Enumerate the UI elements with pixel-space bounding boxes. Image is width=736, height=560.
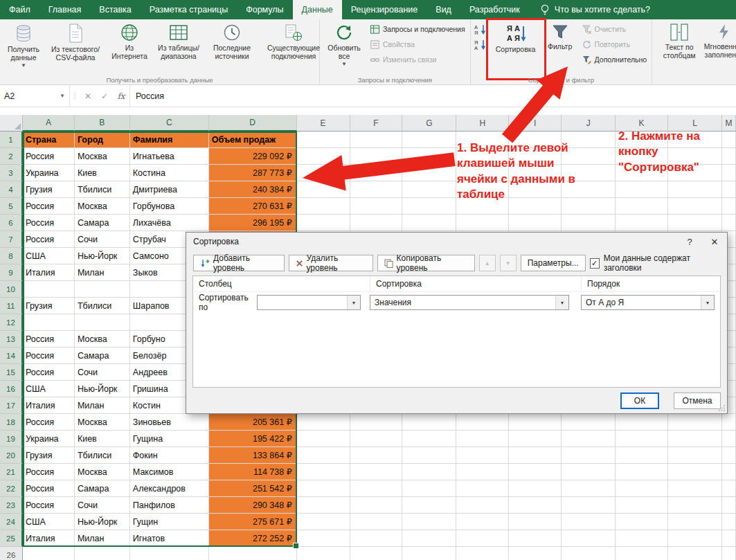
cell-D5[interactable]: 270 631 ₽ [209,198,297,215]
cell-F18[interactable] [350,414,403,431]
cell-I4[interactable] [509,181,562,198]
cell-D1[interactable]: Объем продаж [209,132,297,148]
cell-B19[interactable]: Киев [75,431,130,447]
column-header-J[interactable]: J [562,115,616,132]
cell-H19[interactable] [456,431,509,447]
cell-D6[interactable]: 296 195 ₽ [209,215,297,231]
column-header-D[interactable]: D [209,115,297,132]
cell-K25[interactable] [616,530,668,547]
cell-G21[interactable] [402,464,456,480]
cell-J21[interactable] [562,464,616,480]
close-icon[interactable]: ✕ [702,233,727,251]
cell-E26[interactable] [297,547,350,560]
cell-B26[interactable] [75,547,130,560]
cell-G18[interactable] [402,414,456,431]
row-header-10[interactable]: 10 [0,281,23,298]
cell-C5[interactable]: Горбунова [130,198,209,215]
cell-A17[interactable]: Италия [23,397,75,414]
cell-A14[interactable]: Россия [23,347,75,364]
row-header-9[interactable]: 9 [0,264,23,281]
cell-I6[interactable] [509,215,562,231]
tab-Формулы[interactable]: Формулы [237,0,292,19]
cell-C6[interactable]: Лихачёва [130,215,209,231]
cell-H23[interactable] [456,497,509,514]
cell-B14[interactable]: Самара [75,347,130,364]
row-header-14[interactable]: 14 [0,347,23,364]
copy-level-button[interactable]: Копировать уровень [377,255,475,271]
cell-J4[interactable] [562,181,616,198]
sort-descending-button[interactable]: ЯА [473,37,490,52]
row-header-22[interactable]: 22 [0,480,23,497]
move-up-button[interactable]: ▲ [479,255,496,271]
cell-B8[interactable]: Нью-Йорк [75,248,130,264]
sort-on-combobox[interactable]: Значения ▼ [370,295,569,310]
text-to-columns-button[interactable]: Текст по столбцам [654,20,704,75]
cell-E21[interactable] [297,464,350,480]
cell-B17[interactable]: Милан [75,397,130,414]
cell-B6[interactable]: Самара [75,215,130,231]
cell-F26[interactable] [350,547,403,560]
cell-G5[interactable] [402,198,456,215]
cell-M21[interactable] [722,464,736,480]
cell-K1[interactable] [616,132,668,148]
row-header-8[interactable]: 8 [0,248,23,264]
row-header-12[interactable]: 12 [0,314,23,331]
cell-F23[interactable] [350,497,403,514]
cell-F2[interactable] [350,148,403,165]
cell-B21[interactable]: Москва [75,464,130,480]
cell-C4[interactable]: Дмитриева [130,181,209,198]
cell-M24[interactable] [722,514,736,530]
cell-H20[interactable] [456,447,509,464]
cell-B1[interactable]: Город [75,132,130,148]
cell-G6[interactable] [402,215,456,231]
row-header-15[interactable]: 15 [0,364,23,381]
delete-level-button[interactable]: Удалить уровень [289,255,373,271]
sort-by-combobox[interactable]: ▼ [257,295,361,310]
row-header-23[interactable]: 23 [0,497,23,514]
cell-B24[interactable]: Нью-Йорк [75,514,130,530]
cell-G2[interactable] [402,148,456,165]
cell-E22[interactable] [297,480,350,497]
cell-E3[interactable] [297,165,350,181]
cell-C20[interactable]: Фокин [130,447,209,464]
cell-M20[interactable] [722,447,736,464]
row-header-17[interactable]: 17 [0,397,23,414]
tab-Разработчик[interactable]: Разработчик [460,0,529,19]
row-header-18[interactable]: 18 [0,414,23,431]
cell-I18[interactable] [509,414,562,431]
cell-A7[interactable]: Россия [23,231,75,248]
tab-Файл[interactable]: Файл [0,0,39,19]
cell-I22[interactable] [509,480,562,497]
cell-K20[interactable] [616,447,668,464]
tab-Данные[interactable]: Данные [293,0,342,19]
cell-F1[interactable] [350,132,403,148]
cell-A23[interactable]: Россия [23,497,75,514]
cell-A13[interactable]: Россия [23,331,75,347]
column-header-M[interactable]: M [722,115,736,132]
cell-F4[interactable] [350,181,403,198]
cell-B10[interactable] [75,281,130,298]
cell-I20[interactable] [509,447,562,464]
cell-K22[interactable] [616,480,668,497]
sort-button[interactable]: ЯААЯ Сортировка [490,20,542,75]
cell-E18[interactable] [297,414,350,431]
tab-Рецензирование[interactable]: Рецензирование [342,0,427,19]
cell-A5[interactable]: Россия [23,198,75,215]
cell-F24[interactable] [350,514,403,530]
cell-K4[interactable] [616,181,668,198]
cell-I3[interactable] [509,165,562,181]
cell-H21[interactable] [456,464,509,480]
column-header-C[interactable]: C [130,115,209,132]
cell-E1[interactable] [297,132,350,148]
cell-A6[interactable]: Россия [23,215,75,231]
cell-E6[interactable] [297,215,350,231]
cell-B12[interactable] [75,314,130,331]
cell-G23[interactable] [402,497,456,514]
cell-I25[interactable] [509,530,562,547]
cell-G24[interactable] [402,514,456,530]
cell-E19[interactable] [297,431,350,447]
cell-A9[interactable]: Италия [23,264,75,281]
cell-A20[interactable]: Грузия [23,447,75,464]
cell-B23[interactable]: Сочи [75,497,130,514]
column-header-A[interactable]: A [23,115,75,132]
